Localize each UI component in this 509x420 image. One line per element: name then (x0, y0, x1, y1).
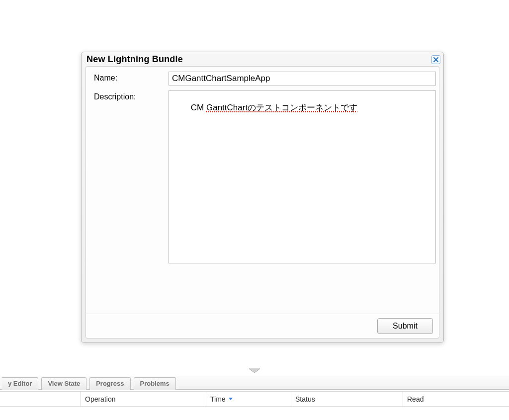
drag-handle-icon (247, 368, 262, 374)
dialog-title: New Lightning Bundle (86, 54, 183, 65)
grid-col-blank[interactable] (0, 392, 81, 407)
description-textarea[interactable] (169, 90, 436, 263)
submit-button[interactable]: Submit (377, 318, 433, 334)
tab-view-state[interactable]: View State (41, 377, 86, 390)
tab-progress[interactable]: Progress (89, 377, 130, 390)
close-icon (433, 57, 439, 63)
grid-col-time-label: Time (210, 395, 226, 403)
grid-col-status[interactable]: Status (291, 392, 403, 407)
name-input[interactable] (169, 72, 436, 85)
grid-col-time[interactable]: Time (206, 392, 291, 407)
sort-desc-icon (229, 398, 233, 400)
tab-problems[interactable]: Problems (134, 377, 176, 390)
name-row: Name: (89, 72, 436, 85)
grid-body (0, 407, 509, 416)
bottom-panel: y Editor View State Progress Problems Op… (0, 368, 509, 416)
new-lightning-bundle-dialog: New Lightning Bundle Name: Description: … (81, 52, 444, 343)
dialog-body: Name: Description: CM GanttChartのテストコンポー… (85, 66, 439, 314)
description-row: Description: CM GanttChartのテストコンポーネントです (89, 90, 436, 263)
grid-col-operation[interactable]: Operation (81, 392, 206, 407)
panel-tabs: y Editor View State Progress Problems (0, 376, 509, 390)
close-button[interactable] (431, 55, 440, 64)
name-label: Name: (89, 72, 169, 83)
dialog-footer: Submit (85, 314, 439, 338)
svg-marker-2 (249, 369, 260, 373)
grid-header-row: Operation Time Status Read (0, 392, 509, 407)
description-label: Description: (89, 90, 169, 101)
dialog-titlebar: New Lightning Bundle (82, 52, 443, 66)
panel-resize-handle[interactable] (0, 368, 509, 376)
grid-col-read[interactable]: Read (403, 392, 509, 407)
tab-query-editor[interactable]: y Editor (2, 377, 38, 390)
